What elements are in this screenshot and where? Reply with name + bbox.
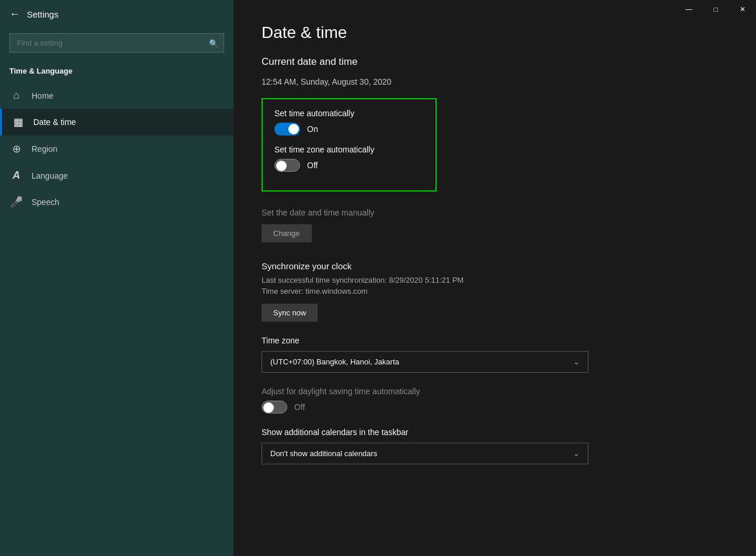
set-timezone-auto-thumb bbox=[276, 161, 287, 171]
speech-icon: 🎤 bbox=[9, 196, 23, 208]
current-datetime: 12:54 AM, Sunday, August 30, 2020 bbox=[262, 77, 728, 86]
sync-section-label: Synchronize your clock bbox=[262, 261, 728, 271]
change-button[interactable]: Change bbox=[262, 224, 312, 242]
sidebar: ← Settings 🔍 Time & Language ⌂ Home ▦ Da… bbox=[0, 0, 234, 556]
daylight-thumb bbox=[263, 402, 274, 413]
region-icon: ⊕ bbox=[9, 143, 23, 155]
language-icon: A bbox=[9, 169, 23, 182]
calendar-chevron-icon: ⌄ bbox=[573, 449, 580, 458]
sidebar-item-language[interactable]: A Language bbox=[0, 162, 234, 189]
main-content: — □ ✕ Date & time Current date and time … bbox=[234, 0, 756, 556]
set-time-auto-toggle-row: On bbox=[274, 123, 424, 135]
auto-settings-box: Set time automatically On Set time zone … bbox=[262, 98, 437, 192]
set-time-auto-thumb bbox=[288, 124, 299, 134]
set-timezone-auto-toggle[interactable] bbox=[274, 159, 300, 172]
sync-now-button[interactable]: Sync now bbox=[262, 304, 318, 322]
daylight-toggle[interactable] bbox=[262, 401, 287, 413]
sidebar-item-home[interactable]: ⌂ Home bbox=[0, 82, 234, 109]
set-timezone-auto-state: Off bbox=[307, 161, 318, 170]
search-box: 🔍 bbox=[9, 33, 224, 53]
current-date-section-label: Current date and time bbox=[262, 56, 728, 68]
sync-last-info: Last successful time synchronization: 8/… bbox=[262, 276, 728, 284]
timezone-label: Time zone bbox=[262, 336, 728, 345]
daylight-state: Off bbox=[294, 402, 305, 412]
daylight-label: Adjust for daylight saving time automati… bbox=[262, 387, 728, 396]
additional-cal-value: Don't show additional calendars bbox=[270, 449, 377, 458]
manual-section-label: Set the date and time manually bbox=[262, 208, 728, 217]
set-time-auto-row: Set time automatically On bbox=[274, 109, 424, 135]
timezone-dropdown[interactable]: (UTC+07:00) Bangkok, Hanoi, Jakarta ⌄ bbox=[262, 351, 588, 373]
sync-server-info: Time server: time.windows.com bbox=[262, 287, 728, 296]
search-input[interactable] bbox=[9, 33, 224, 53]
set-time-auto-label: Set time automatically bbox=[274, 109, 424, 118]
app-title: Settings bbox=[27, 9, 58, 19]
page-title: Date & time bbox=[262, 23, 728, 42]
sidebar-item-home-label: Home bbox=[32, 91, 53, 100]
timezone-value: (UTC+07:00) Bangkok, Hanoi, Jakarta bbox=[270, 357, 399, 366]
titlebar: ← Settings bbox=[0, 0, 234, 29]
set-timezone-auto-toggle-row: Off bbox=[274, 159, 424, 172]
daylight-toggle-row: Off bbox=[262, 401, 728, 413]
close-button[interactable]: ✕ bbox=[729, 0, 756, 19]
date-time-icon: ▦ bbox=[11, 116, 25, 128]
sidebar-item-speech-label: Speech bbox=[32, 197, 59, 207]
back-button[interactable]: ← bbox=[9, 8, 20, 20]
sidebar-item-language-label: Language bbox=[32, 171, 68, 180]
set-timezone-auto-label: Set time zone automatically bbox=[274, 145, 424, 154]
search-icon: 🔍 bbox=[209, 39, 218, 47]
home-icon: ⌂ bbox=[9, 89, 23, 102]
timezone-chevron-icon: ⌄ bbox=[573, 357, 580, 366]
set-time-auto-state: On bbox=[307, 124, 318, 134]
sidebar-item-region[interactable]: ⊕ Region bbox=[0, 135, 234, 162]
set-timezone-auto-row: Set time zone automatically Off bbox=[274, 145, 424, 172]
additional-cal-dropdown[interactable]: Don't show additional calendars ⌄ bbox=[262, 443, 588, 464]
set-time-auto-toggle[interactable] bbox=[274, 123, 300, 135]
window-controls: — □ ✕ bbox=[675, 0, 756, 19]
sidebar-section-label: Time & Language bbox=[0, 62, 234, 82]
minimize-button[interactable]: — bbox=[675, 0, 702, 19]
sidebar-item-date-time-label: Date & time bbox=[33, 117, 76, 127]
sidebar-item-speech[interactable]: 🎤 Speech bbox=[0, 189, 234, 216]
sidebar-item-date-time[interactable]: ▦ Date & time bbox=[0, 109, 234, 135]
maximize-button[interactable]: □ bbox=[702, 0, 729, 19]
additional-cal-label: Show additional calendars in the taskbar bbox=[262, 428, 728, 437]
sidebar-item-region-label: Region bbox=[32, 144, 57, 154]
